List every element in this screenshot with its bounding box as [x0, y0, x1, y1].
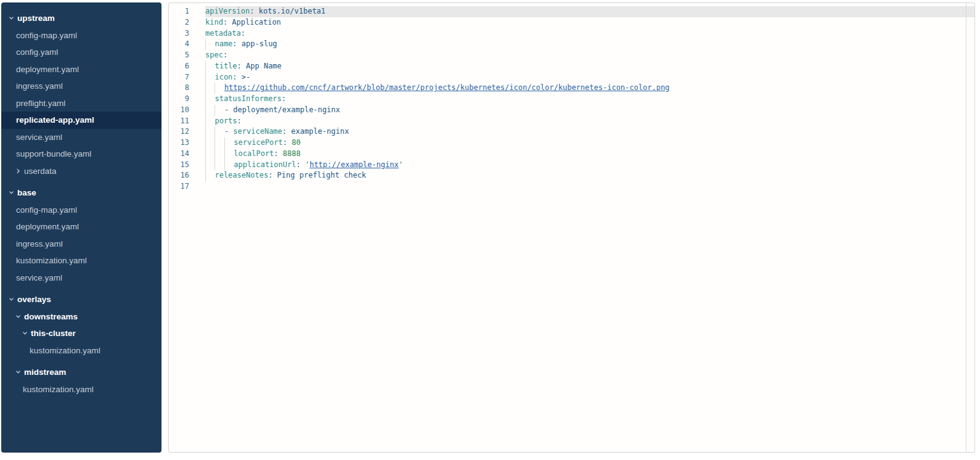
indent-guide — [214, 126, 224, 138]
code-token: serviceName — [233, 126, 282, 138]
code-token: : — [250, 6, 258, 17]
code-token: Ping preflight check — [277, 170, 367, 181]
tree-item-downstreams[interactable]: downstreams — [1, 308, 161, 326]
chevron-right-icon — [15, 168, 21, 174]
code-token: : — [282, 126, 291, 138]
file-label: preflight.yaml — [16, 99, 65, 108]
code-token: metadata — [205, 28, 241, 39]
code-line[interactable]: 11ports: — [169, 116, 974, 127]
line-number: 1 — [169, 6, 205, 17]
tree-item-kustomization-yaml[interactable]: kustomization.yaml — [1, 252, 161, 269]
code-editor[interactable]: 1apiVersion: kots.io/v1beta12kind: Appli… — [168, 2, 975, 453]
file-label: kustomization.yaml — [30, 346, 100, 355]
tree-item-kustomization-yaml[interactable]: kustomization.yaml — [1, 381, 161, 398]
code-line[interactable]: 7icon: >- — [169, 72, 974, 83]
tree-item-upstream[interactable]: upstream — [1, 10, 161, 27]
tree-item-base[interactable]: base — [1, 184, 161, 202]
code-line[interactable]: 2kind: Application — [169, 17, 974, 28]
tree-item-config-yaml[interactable]: config.yaml — [1, 44, 161, 61]
indent-guide — [205, 170, 214, 181]
code-token: Application — [232, 17, 280, 28]
code-line[interactable]: 9statusInformers: — [169, 94, 974, 105]
url-link[interactable]: https://github.com/cncf/artwork/blob/mas… — [224, 83, 669, 94]
code-token: - — [224, 105, 233, 116]
code-line[interactable]: 1apiVersion: kots.io/v1beta1 — [169, 6, 974, 17]
file-label: config-map.yaml — [16, 31, 77, 40]
line-number: 5 — [169, 50, 205, 61]
folder-label: this-cluster — [31, 329, 76, 338]
indent-guide — [205, 94, 214, 105]
file-tree-sidebar: upstreamconfig-map.yamlconfig.yamldeploy… — [1, 2, 161, 453]
line-number: 11 — [169, 116, 205, 127]
code-line[interactable]: 4name: app-slug — [169, 39, 974, 50]
code-token: title — [214, 61, 237, 72]
code-line[interactable]: 14localPort: 8888 — [169, 149, 974, 160]
chevron-down-icon — [22, 331, 28, 336]
tree-item-service-yaml[interactable]: service.yaml — [1, 269, 161, 287]
chevron-down-icon — [9, 15, 14, 21]
tree-item-userdata[interactable]: userdata — [1, 163, 161, 180]
line-number: 15 — [169, 160, 205, 171]
tree-item-replicated-app-yaml[interactable]: replicated-app.yaml — [1, 112, 161, 129]
code-token: app-slug — [242, 39, 277, 50]
editor-scrollbar-track[interactable] — [966, 3, 974, 452]
code-line[interactable]: 8https://github.com/cncf/artwork/blob/ma… — [169, 83, 974, 94]
indent-guide — [205, 61, 214, 72]
code-token: localPort — [234, 149, 274, 160]
line-number: 4 — [169, 39, 205, 50]
file-label: service.yaml — [16, 273, 62, 282]
code-token: : — [232, 39, 241, 50]
tree-item-deployment-yaml[interactable]: deployment.yaml — [1, 218, 161, 236]
tree-item-service-yaml[interactable]: service.yaml — [1, 129, 161, 146]
code-line[interactable]: 5spec: — [169, 50, 974, 61]
tree-item-preflight-yaml[interactable]: preflight.yaml — [1, 95, 161, 112]
indent-guide — [214, 160, 224, 171]
indent-guide — [205, 72, 214, 83]
code-token: - — [224, 126, 233, 138]
line-number: 10 — [169, 105, 205, 116]
tree-item-overlays[interactable]: overlays — [1, 291, 161, 308]
code-token: ' — [399, 160, 403, 171]
url-link[interactable]: http://example-nginx — [309, 160, 399, 171]
tree-item-config-map-yaml[interactable]: config-map.yaml — [1, 27, 161, 44]
tree-item-this-cluster[interactable]: this-cluster — [1, 325, 161, 342]
code-line[interactable]: 15applicationUrl: 'http://example-nginx' — [169, 160, 974, 171]
folder-label: overlays — [17, 295, 51, 304]
indent-guide — [224, 160, 234, 171]
code-line[interactable]: 13servicePort: 80 — [169, 138, 974, 149]
tree-item-support-bundle-yaml[interactable]: support-bundle.yaml — [1, 146, 161, 163]
line-number: 3 — [169, 28, 205, 39]
code-token: : — [296, 160, 304, 171]
tree-item-config-map-yaml[interactable]: config-map.yaml — [1, 202, 161, 219]
line-number: 16 — [169, 170, 205, 181]
code-token: spec — [205, 50, 223, 61]
code-line[interactable]: 12- serviceName: example-nginx — [169, 126, 974, 138]
tree-item-ingress-yaml[interactable]: ingress.yaml — [1, 236, 161, 253]
code-token: deployment/example-nginx — [233, 105, 340, 116]
code-line[interactable]: 17 — [169, 181, 974, 192]
tree-item-kustomization-yaml[interactable]: kustomization.yaml — [1, 342, 161, 359]
line-number: 13 — [169, 138, 205, 149]
code-line[interactable]: 10- deployment/example-nginx — [169, 105, 974, 116]
tree-item-midstream[interactable]: midstream — [1, 364, 161, 381]
code-token: : — [274, 149, 282, 160]
line-number: 7 — [169, 72, 205, 83]
folder-label: downstreams — [24, 312, 78, 321]
indent-guide — [205, 105, 214, 116]
file-label: config-map.yaml — [16, 205, 77, 215]
tree-item-ingress-yaml[interactable]: ingress.yaml — [1, 78, 161, 95]
file-label: support-bundle.yaml — [16, 149, 91, 158]
code-token: ports — [214, 116, 237, 127]
code-token: : — [223, 17, 232, 28]
code-token: : — [283, 138, 292, 149]
code-line[interactable]: 6title: App Name — [169, 61, 974, 72]
code-token: statusInformers — [214, 94, 281, 105]
line-number: 2 — [169, 17, 205, 28]
line-number: 17 — [169, 181, 205, 192]
tree-item-deployment-yaml[interactable]: deployment.yaml — [1, 61, 161, 78]
chevron-down-icon — [9, 190, 14, 195]
code-line[interactable]: 3metadata: — [169, 28, 974, 39]
code-lines: 1apiVersion: kots.io/v1beta12kind: Appli… — [169, 3, 974, 192]
indent-guide — [214, 138, 224, 149]
code-line[interactable]: 16releaseNotes: Ping preflight check — [169, 170, 974, 181]
